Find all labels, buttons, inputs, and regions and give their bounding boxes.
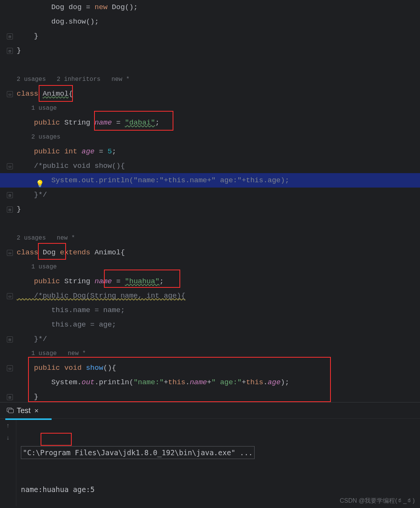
fold-icon[interactable]: ▭: [7, 163, 13, 169]
fold-icon[interactable]: ▭: [7, 293, 13, 299]
fold-icon[interactable]: ⊟: [7, 192, 13, 198]
window-icon: [7, 408, 14, 413]
usage-hint[interactable]: 2 usages: [17, 130, 60, 144]
console-output[interactable]: "C:\Program Files\Java\jdk1.8.0_192\bin\…: [16, 419, 259, 506]
run-tool-window: Test ✕ ↑ ↓ "C:\Program Files\Java\jdk1.8…: [0, 402, 420, 508]
fold-icon[interactable]: ▭: [7, 250, 13, 256]
class-name: Animol: [42, 87, 68, 101]
usage-hint[interactable]: 1 usage new *: [17, 346, 86, 361]
up-arrow-icon[interactable]: ↑: [6, 423, 10, 429]
code-editor[interactable]: ⊟ ⊟ ▭ ▭ ⊟ ⊟ ▭ ▭ ⊟ ▭ ⊟ 💡 Dog dog = new Do…: [0, 0, 420, 402]
fold-icon[interactable]: ▭: [7, 365, 13, 371]
tab-label[interactable]: Test: [17, 406, 31, 415]
usage-hint[interactable]: 1 usage: [17, 101, 57, 115]
console-toolbar: ↑ ↓: [0, 419, 16, 506]
fold-icon[interactable]: ⊟: [7, 394, 13, 400]
usage-hint[interactable]: 1 usage: [17, 260, 57, 274]
fold-icon[interactable]: ⊟: [7, 336, 13, 342]
highlight-box: [41, 433, 72, 446]
watermark: CSDN @我要学编程(ಥ_ಥ): [340, 497, 415, 505]
fold-icon[interactable]: ⊟: [7, 207, 13, 213]
code-line: this.age = age;: [17, 317, 116, 332]
fold-icon[interactable]: ▭: [7, 91, 13, 97]
usage-hint[interactable]: 2 usages 2 inheritors new *: [17, 72, 130, 87]
fold-icon[interactable]: ⊟: [7, 33, 13, 39]
code-line: }: [17, 43, 21, 58]
close-icon[interactable]: ✕: [35, 406, 39, 415]
down-arrow-icon[interactable]: ↓: [6, 435, 10, 442]
command-line: "C:\Program Files\Java\jdk1.8.0_192\bin\…: [21, 446, 255, 459]
code-line: System.out.println("name:"+this.name+" a…: [17, 173, 289, 188]
tab-bar: Test ✕: [0, 402, 420, 418]
code-line: this.name = name;: [17, 303, 125, 317]
code-line: /*public Dog(String name, int age){: [17, 289, 186, 303]
fold-icon[interactable]: ⊟: [7, 48, 13, 54]
code-area[interactable]: 💡 Dog dog = new Dog(); dog.show(); } } 2…: [14, 0, 420, 402]
code-line: /*public void show(){: [17, 159, 125, 173]
code-line: }*/: [17, 332, 47, 346]
usage-hint[interactable]: 2 usages new *: [17, 231, 75, 245]
code-line: }: [17, 29, 38, 43]
code-line: }: [17, 202, 21, 216]
lightbulb-icon[interactable]: 💡: [36, 177, 43, 191]
gutter: ⊟ ⊟ ▭ ▭ ⊟ ⊟ ▭ ▭ ⊟ ▭ ⊟: [0, 0, 14, 402]
